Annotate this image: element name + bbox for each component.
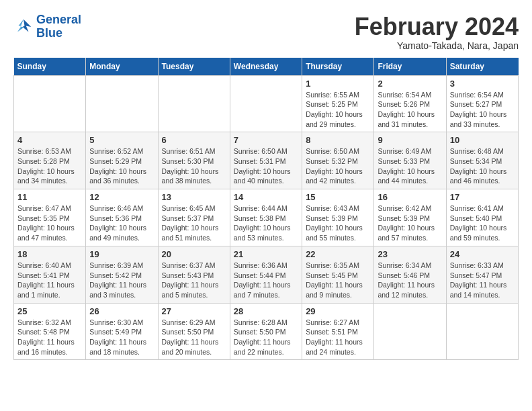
header-saturday: Saturday — [446, 58, 518, 76]
day-number: 16 — [378, 192, 442, 202]
day-number: 20 — [162, 249, 226, 259]
svg-marker-0 — [23, 19, 32, 32]
cell-details: Sunrise: 6:52 AM Sunset: 5:29 PM Dayligh… — [89, 146, 154, 186]
cell-details: Sunrise: 6:48 AM Sunset: 5:34 PM Dayligh… — [450, 146, 515, 186]
week-row-5: 25Sunrise: 6:32 AM Sunset: 5:48 PM Dayli… — [14, 303, 519, 360]
cell-details: Sunrise: 6:39 AM Sunset: 5:42 PM Dayligh… — [89, 261, 154, 300]
cell-4-2: 19Sunrise: 6:39 AM Sunset: 5:42 PM Dayli… — [86, 246, 158, 303]
cell-details: Sunrise: 6:54 AM Sunset: 5:27 PM Dayligh… — [450, 90, 515, 130]
cell-details: Sunrise: 6:36 AM Sunset: 5:44 PM Dayligh… — [234, 261, 298, 300]
cell-2-5: 8Sunrise: 6:50 AM Sunset: 5:32 PM Daylig… — [302, 132, 374, 189]
day-number: 22 — [306, 249, 370, 259]
cell-4-3: 20Sunrise: 6:37 AM Sunset: 5:43 PM Dayli… — [158, 246, 230, 303]
day-number: 15 — [306, 192, 370, 202]
cell-2-1: 4Sunrise: 6:53 AM Sunset: 5:28 PM Daylig… — [14, 132, 86, 189]
header-thursday: Thursday — [302, 58, 374, 76]
week-row-2: 4Sunrise: 6:53 AM Sunset: 5:28 PM Daylig… — [14, 132, 519, 189]
day-number: 21 — [234, 249, 298, 259]
cell-4-1: 18Sunrise: 6:40 AM Sunset: 5:41 PM Dayli… — [14, 246, 86, 303]
cell-3-2: 12Sunrise: 6:46 AM Sunset: 5:36 PM Dayli… — [86, 189, 158, 246]
cell-details: Sunrise: 6:28 AM Sunset: 5:50 PM Dayligh… — [234, 318, 298, 357]
cell-details: Sunrise: 6:43 AM Sunset: 5:39 PM Dayligh… — [306, 203, 370, 243]
day-number: 24 — [450, 249, 515, 259]
day-number: 8 — [306, 135, 370, 145]
cell-details: Sunrise: 6:55 AM Sunset: 5:25 PM Dayligh… — [306, 90, 370, 130]
cell-1-2 — [86, 75, 158, 132]
day-number: 29 — [306, 306, 370, 316]
cell-details: Sunrise: 6:54 AM Sunset: 5:26 PM Dayligh… — [378, 90, 442, 130]
cell-1-5: 1Sunrise: 6:55 AM Sunset: 5:25 PM Daylig… — [302, 75, 374, 132]
cell-1-3 — [158, 75, 230, 132]
header-friday: Friday — [374, 58, 446, 76]
calendar-table: SundayMondayTuesdayWednesdayThursdayFrid… — [13, 58, 519, 361]
day-number: 6 — [162, 135, 226, 145]
cell-5-7 — [446, 303, 518, 360]
cell-2-6: 9Sunrise: 6:49 AM Sunset: 5:33 PM Daylig… — [374, 132, 446, 189]
day-number: 18 — [17, 249, 82, 259]
logo-blue: Blue — [36, 26, 62, 40]
month-title: February 2024 — [355, 13, 519, 40]
cell-details: Sunrise: 6:27 AM Sunset: 5:51 PM Dayligh… — [306, 318, 370, 357]
day-number: 1 — [306, 79, 370, 89]
cell-details: Sunrise: 6:35 AM Sunset: 5:45 PM Dayligh… — [306, 261, 370, 300]
day-number: 17 — [450, 192, 515, 202]
day-number: 23 — [378, 249, 442, 259]
cell-2-2: 5Sunrise: 6:52 AM Sunset: 5:29 PM Daylig… — [86, 132, 158, 189]
cell-3-7: 17Sunrise: 6:41 AM Sunset: 5:40 PM Dayli… — [446, 189, 518, 246]
cell-4-4: 21Sunrise: 6:36 AM Sunset: 5:44 PM Dayli… — [230, 246, 302, 303]
cell-details: Sunrise: 6:42 AM Sunset: 5:39 PM Dayligh… — [378, 203, 442, 243]
cell-4-5: 22Sunrise: 6:35 AM Sunset: 5:45 PM Dayli… — [302, 246, 374, 303]
cell-3-5: 15Sunrise: 6:43 AM Sunset: 5:39 PM Dayli… — [302, 189, 374, 246]
cell-details: Sunrise: 6:46 AM Sunset: 5:36 PM Dayligh… — [89, 203, 154, 243]
day-number: 14 — [234, 192, 298, 202]
logo-general: General — [36, 13, 81, 26]
cell-details: Sunrise: 6:40 AM Sunset: 5:41 PM Dayligh… — [17, 261, 82, 300]
day-number: 5 — [89, 135, 154, 145]
cell-details: Sunrise: 6:51 AM Sunset: 5:30 PM Dayligh… — [162, 146, 226, 186]
cell-details: Sunrise: 6:47 AM Sunset: 5:35 PM Dayligh… — [17, 203, 82, 243]
logo: General Blue — [13, 13, 81, 40]
logo-icon — [13, 17, 34, 37]
header-wednesday: Wednesday — [230, 58, 302, 76]
day-number: 26 — [89, 306, 154, 316]
day-number: 13 — [162, 192, 226, 202]
header-sunday: Sunday — [14, 58, 86, 76]
cell-1-6: 2Sunrise: 6:54 AM Sunset: 5:26 PM Daylig… — [374, 75, 446, 132]
cell-5-4: 28Sunrise: 6:28 AM Sunset: 5:50 PM Dayli… — [230, 303, 302, 360]
day-number: 2 — [378, 79, 442, 89]
location: Yamato-Takada, Nara, Japan — [355, 40, 519, 51]
title-block: February 2024 Yamato-Takada, Nara, Japan — [355, 13, 519, 51]
cell-3-3: 13Sunrise: 6:45 AM Sunset: 5:37 PM Dayli… — [158, 189, 230, 246]
cell-details: Sunrise: 6:41 AM Sunset: 5:40 PM Dayligh… — [450, 203, 515, 243]
page-header: General Blue February 2024 Yamato-Takada… — [13, 13, 519, 51]
cell-details: Sunrise: 6:44 AM Sunset: 5:38 PM Dayligh… — [234, 203, 298, 243]
day-number: 19 — [89, 249, 154, 259]
day-number: 12 — [89, 192, 154, 202]
day-number: 11 — [17, 192, 82, 202]
week-row-4: 18Sunrise: 6:40 AM Sunset: 5:41 PM Dayli… — [14, 246, 519, 303]
cell-5-5: 29Sunrise: 6:27 AM Sunset: 5:51 PM Dayli… — [302, 303, 374, 360]
cell-1-1 — [14, 75, 86, 132]
day-number: 27 — [162, 306, 226, 316]
cell-details: Sunrise: 6:29 AM Sunset: 5:50 PM Dayligh… — [162, 318, 226, 357]
cell-details: Sunrise: 6:32 AM Sunset: 5:48 PM Dayligh… — [17, 318, 82, 357]
cell-1-4 — [230, 75, 302, 132]
cell-4-6: 23Sunrise: 6:34 AM Sunset: 5:46 PM Dayli… — [374, 246, 446, 303]
day-number: 28 — [234, 306, 298, 316]
cell-2-4: 7Sunrise: 6:50 AM Sunset: 5:31 PM Daylig… — [230, 132, 302, 189]
cell-5-6 — [374, 303, 446, 360]
day-number: 9 — [378, 135, 442, 145]
svg-marker-1 — [17, 19, 25, 32]
cell-details: Sunrise: 6:50 AM Sunset: 5:31 PM Dayligh… — [234, 146, 298, 186]
cell-4-7: 24Sunrise: 6:33 AM Sunset: 5:47 PM Dayli… — [446, 246, 518, 303]
cell-details: Sunrise: 6:34 AM Sunset: 5:46 PM Dayligh… — [378, 261, 442, 300]
cell-details: Sunrise: 6:33 AM Sunset: 5:47 PM Dayligh… — [450, 261, 515, 300]
day-number: 10 — [450, 135, 515, 145]
cell-2-7: 10Sunrise: 6:48 AM Sunset: 5:34 PM Dayli… — [446, 132, 518, 189]
cell-details: Sunrise: 6:49 AM Sunset: 5:33 PM Dayligh… — [378, 146, 442, 186]
week-row-3: 11Sunrise: 6:47 AM Sunset: 5:35 PM Dayli… — [14, 189, 519, 246]
cell-3-1: 11Sunrise: 6:47 AM Sunset: 5:35 PM Dayli… — [14, 189, 86, 246]
week-row-1: 1Sunrise: 6:55 AM Sunset: 5:25 PM Daylig… — [14, 75, 519, 132]
header-row: SundayMondayTuesdayWednesdayThursdayFrid… — [14, 58, 519, 76]
header-tuesday: Tuesday — [158, 58, 230, 76]
